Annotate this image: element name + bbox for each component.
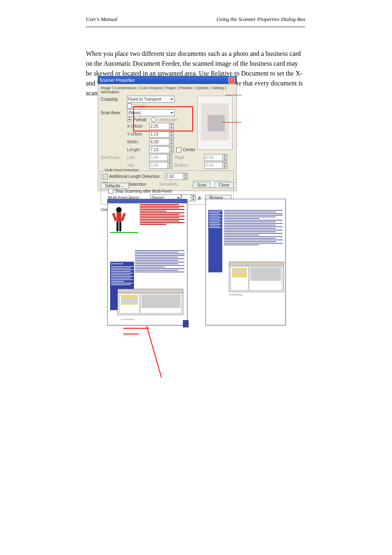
page-tab — [183, 320, 189, 327]
center-checkbox[interactable]: Center — [176, 147, 195, 152]
step-caption: 5. Click Next Step. — [121, 318, 134, 320]
text-lines — [224, 210, 283, 245]
right-stepper: 0.00▲▼ — [204, 154, 227, 161]
overscan-label: OverScan: — [101, 155, 127, 160]
right-label: Right: — [175, 155, 189, 160]
chevron-down-icon — [170, 112, 173, 114]
scanarea-value: (None) — [128, 111, 141, 115]
screenshot-thumb — [118, 289, 183, 315]
addlen-stepper[interactable]: 2.02▲▼ — [165, 173, 188, 180]
heading-left: User's Manual — [86, 16, 118, 23]
tab-compression[interactable]: Compression — [114, 86, 136, 90]
dialog-tablist: Image | Compression | Color Dropout | Pa… — [101, 86, 234, 94]
step-caption: 6. Click Next Step. — [229, 294, 242, 296]
svg-rect-0 — [110, 204, 138, 236]
heading-right: Using the Scanner Properties Dialog Box — [216, 16, 305, 23]
cropping-label: Cropping: — [101, 97, 127, 101]
running-header: User's Manual Using the Scanner Properti… — [86, 16, 305, 23]
chevron-down-icon — [170, 99, 173, 100]
sidebar-panel — [208, 210, 222, 272]
xoffset-stepper[interactable]: 2.25▲▼ — [149, 123, 174, 130]
book-scan-illustration: SHORTCUT 5. Click Next Step. — [107, 199, 285, 325]
svg-rect-2 — [117, 212, 122, 222]
figure-icon — [110, 204, 138, 236]
stopscan-checkbox[interactable]: Stop Scanning after Multi-Feed — [108, 189, 172, 193]
tab-setting[interactable]: Setting — [212, 86, 224, 90]
width-label: Width: — [127, 140, 149, 144]
tab-paper[interactable]: Paper — [166, 86, 176, 90]
callout-line — [222, 122, 242, 122]
sensitivity-label: Sensitivity: — [159, 182, 179, 187]
portrait-radio[interactable]: Portrait — [127, 117, 146, 122]
tab-preview[interactable]: Preview — [179, 86, 192, 90]
top-label: Top: — [127, 163, 149, 168]
text-lines — [135, 250, 184, 272]
multifeed-legend: Multi-Feed Detection — [104, 168, 140, 172]
tab-color-dropout[interactable]: Color Dropout — [140, 86, 163, 90]
svg-rect-3 — [117, 222, 119, 231]
tab-information[interactable]: Information — [101, 90, 119, 94]
bottom-label: Bottom: — [175, 163, 189, 168]
svg-rect-4 — [119, 222, 121, 231]
tab-options[interactable]: Options — [196, 86, 209, 90]
tab-image[interactable]: Image — [101, 86, 111, 90]
chevron-down-icon — [177, 197, 180, 199]
scanarea-select[interactable]: (None) — [127, 109, 175, 116]
defaults-button[interactable]: Defaults… — [101, 183, 129, 189]
callout-line — [225, 95, 242, 95]
scanarea-label: Scan Area: — [101, 111, 127, 115]
length-stepper[interactable]: 7.13▲▼ — [149, 146, 174, 153]
preview-selection[interactable] — [208, 115, 225, 131]
dialog-title: Scanner Properties — [99, 78, 135, 83]
svg-point-1 — [116, 207, 122, 213]
duplex-checkbox: Duplex — [127, 104, 146, 108]
yoffset-stepper[interactable]: 1.13▲▼ — [149, 131, 174, 138]
text-lines — [140, 204, 184, 225]
svg-rect-7 — [110, 232, 138, 233]
callout-line — [146, 326, 162, 378]
yoffset-label: Y-Offset: — [127, 132, 149, 136]
length-label: Length: — [127, 147, 149, 152]
xoffset-label: X-Offset: — [127, 124, 149, 129]
top-stepper: 0.00▲▼ — [149, 162, 172, 169]
screenshot-thumb — [229, 262, 284, 292]
bottom-stepper: 0.00▲▼ — [204, 162, 227, 169]
cropping-select[interactable]: Fixed to Transport — [127, 96, 175, 103]
landscape-radio: Landscape — [151, 117, 178, 122]
preview-pane — [197, 96, 233, 150]
callout-line — [123, 328, 149, 329]
dialog-body: Image | Compression | Color Dropout | Pa… — [98, 84, 237, 191]
addlen-checkbox[interactable]: Additional Length Detection: — [103, 174, 161, 179]
scan-button[interactable]: Scan — [193, 182, 211, 188]
left-stepper: 0.00▲▼ — [149, 154, 172, 161]
width-stepper[interactable]: 6.20▲▼ — [149, 138, 174, 145]
left-label: Left: — [127, 155, 149, 160]
cropping-value: Fixed to Transport — [128, 97, 161, 101]
dialog-titlebar[interactable]: Scanner Properties × — [98, 76, 237, 84]
callout-line — [123, 334, 139, 334]
sidebar-title: SHORTCUT — [111, 263, 133, 265]
close-icon[interactable]: × — [228, 77, 235, 83]
book-page-right: 6. Click Next Step. — [205, 199, 286, 325]
header-rule — [86, 27, 305, 28]
book-page-left: SHORTCUT 5. Click Next Step. — [107, 199, 187, 325]
scanner-properties-dialog: Scanner Properties × Image | Compression… — [98, 76, 237, 188]
close-button[interactable]: Close — [214, 182, 234, 188]
